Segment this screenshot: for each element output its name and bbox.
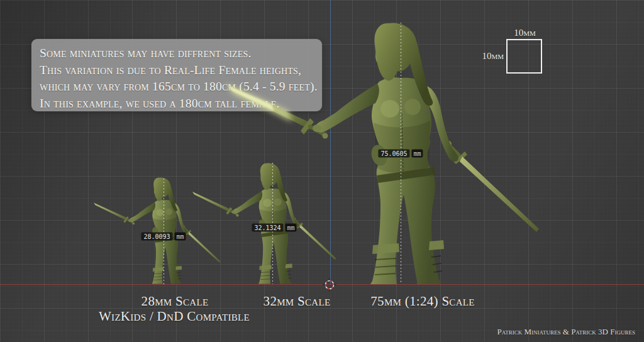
scale-caption-28mm-compat: WizKids / DnD Compatible [99,309,250,324]
measurement-unit: mm [412,150,423,158]
measurement-label-32mm: 32.1324 mm [252,224,296,232]
info-line: which may vary from 165cm to 180cm (5.4 … [40,79,322,96]
info-line: In this example, we used a 180cm tall fe… [40,96,322,113]
reference-square-side-label: 10mm [474,51,504,62]
blender-3d-viewport[interactable]: Some miniatures may have diffrent sizes.… [0,0,644,342]
scale-caption-28mm: 28mm Scale [142,294,209,309]
measurement-unit: mm [286,224,297,232]
measurement-value: 75.0605 [378,150,409,158]
info-text-box: Some miniatures may have diffrent sizes.… [31,39,322,111]
measurement-unit: mm [175,233,186,241]
scale-caption-32mm: 32mm Scale [264,294,331,309]
measurement-label-75mm: 75.0605 mm [378,150,423,158]
credit-text: Patrick Miniatures & Patrick 3D Figures [497,327,635,337]
z-axis-line [330,0,331,285]
info-line: This variation is due to Real-Life Femal… [40,62,322,79]
info-line: Some miniatures may have diffrent sizes. [40,45,322,62]
reference-square-top-label: 10mm [507,28,543,38]
measurement-label-28mm: 28.0093 mm [141,233,186,241]
measurement-value: 28.0093 [141,233,172,241]
scale-caption-75mm: 75mm (1:24) Scale [370,294,474,309]
x-axis-line [0,284,644,285]
reference-square-10mm [506,39,542,74]
measurement-value: 32.1324 [252,224,283,232]
